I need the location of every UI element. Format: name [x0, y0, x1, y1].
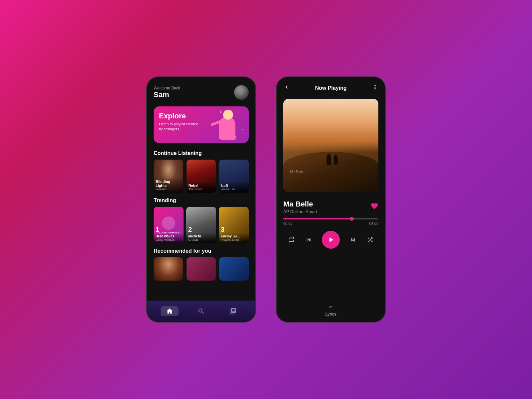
now-playing-header: Now Playing: [277, 77, 385, 96]
sky-gradient: [283, 99, 378, 152]
total-time: 04:08: [369, 221, 378, 225]
current-time: 00:00: [283, 221, 293, 225]
trending-row: GLASS ANIMALS 1 Heat Waves Glass Animals…: [147, 207, 255, 243]
progress-dot: [350, 217, 354, 221]
trending-overlay: Enemy (wi... Imagine Drag...: [219, 233, 249, 243]
album-art-container: Ma Belle: [283, 99, 378, 192]
trending-rank: 3: [221, 226, 224, 233]
track-card-rebel[interactable]: Rebel The Score: [187, 160, 216, 193]
nav-library[interactable]: [224, 306, 242, 316]
track-info: Ma Belle AP Dhillon, Amari: [277, 195, 385, 217]
trending-title-text: abcdefu: [188, 234, 214, 238]
continue-listening-row: Blinding Lights Weeknd Rebel The Score L…: [147, 160, 255, 193]
track-details: Ma Belle AP Dhillon, Amari: [283, 200, 317, 214]
figure-2: [334, 155, 338, 165]
trending-title-text: Enemy (wi...: [221, 234, 247, 238]
card-overlay: Rebel The Score: [187, 182, 216, 193]
welcome-text: Welcome Back: [154, 86, 180, 90]
song-title: Ma Belle: [283, 200, 317, 208]
card-overlay: Blinding Lights Weeknd: [154, 178, 183, 193]
recommended-title: Recommended for you: [147, 243, 255, 257]
card-artist: Weeknd: [156, 188, 181, 191]
trending-rank: 2: [188, 226, 192, 233]
album-art-mabelle: Ma Belle: [283, 99, 378, 192]
username: Sam: [154, 90, 180, 99]
playback-controls: [277, 227, 385, 253]
trending-artist-text: Glass Animals: [156, 238, 182, 241]
bottom-nav: [147, 301, 255, 322]
now-playing-title: Now Playing: [315, 85, 346, 91]
trending-overlay: abcdefu GAYLE: [186, 233, 216, 243]
chevron-up-icon: [328, 304, 334, 311]
recommended-row: [147, 257, 255, 281]
song-artist: AP Dhillon, Amari: [283, 209, 317, 214]
previous-button[interactable]: [305, 236, 312, 243]
explore-figure: ♪ ♫ ♩ ♬: [205, 106, 245, 143]
rec-album-art-3: [219, 257, 249, 281]
trending-rank: 1: [156, 226, 159, 233]
rec-album-art-1: [154, 257, 183, 281]
card-artist: Anime Lofi: [221, 188, 247, 191]
album-art-inner: [162, 216, 175, 230]
card-title: Blinding Lights: [156, 180, 181, 188]
left-header: Welcome Back Sam: [147, 77, 255, 104]
trending-card-2[interactable]: 2 abcdefu GAYLE: [186, 207, 216, 243]
play-button[interactable]: [322, 231, 340, 249]
explore-text: Explore Listen to playlist createdby str…: [159, 112, 198, 132]
repeat-button[interactable]: [288, 236, 295, 243]
nav-home[interactable]: [161, 306, 179, 316]
card-title: Rebel: [189, 184, 214, 188]
nav-search[interactable]: [192, 306, 210, 316]
like-button[interactable]: [370, 202, 378, 212]
trending-artist-text: GAYLE: [188, 238, 214, 241]
music-note-icon: ♩: [241, 125, 244, 132]
trending-title: Trending: [147, 193, 255, 207]
explore-title: Explore: [159, 112, 198, 120]
track-card-lofi[interactable]: Lofi Anime Lofi: [219, 160, 249, 193]
avatar-image: [234, 85, 249, 100]
rec-card-3[interactable]: [219, 257, 249, 281]
rec-card-2[interactable]: [187, 257, 216, 281]
progress-fill: [283, 218, 352, 219]
back-button[interactable]: [283, 84, 290, 92]
trending-card-1[interactable]: GLASS ANIMALS 1 Heat Waves Glass Animals: [154, 207, 184, 243]
progress-section: 00:00 04:08: [277, 217, 385, 227]
music-note-icon: ♪: [219, 108, 222, 115]
explore-subtitle: Listen to playlist createdby strangers: [159, 122, 198, 132]
explore-banner[interactable]: Explore Listen to playlist createdby str…: [154, 106, 249, 143]
lyrics-label: Lyrics: [325, 312, 336, 317]
figure-head: [223, 110, 233, 120]
card-overlay: Lofi Anime Lofi: [219, 182, 249, 193]
figure-1: [327, 154, 331, 165]
album-signature: Ma Belle: [290, 170, 303, 174]
progress-times: 00:00 04:08: [283, 221, 378, 225]
next-button[interactable]: [349, 236, 357, 243]
shuffle-button[interactable]: [366, 236, 374, 243]
card-artist: The Score: [189, 188, 214, 191]
continue-listening-title: Continue Listening: [147, 146, 255, 160]
rec-album-art-2: [187, 257, 216, 281]
trending-card-3[interactable]: 3 Enemy (wi... Imagine Drag...: [219, 207, 249, 243]
trending-title-text: Heat Waves: [156, 234, 182, 238]
trending-artist-text: Imagine Drag...: [221, 238, 247, 241]
lyrics-section[interactable]: Lyrics: [277, 301, 385, 322]
left-phone: Welcome Back Sam Explore Listen to playl…: [146, 76, 256, 323]
right-phone: Now Playing Ma Belle Ma Belle AP Dhillon…: [276, 76, 386, 323]
avatar[interactable]: [234, 85, 249, 100]
progress-bar[interactable]: [283, 218, 378, 219]
more-options-button[interactable]: [372, 84, 378, 92]
card-title: Lofi: [221, 184, 247, 188]
rec-card-1[interactable]: [154, 257, 183, 281]
track-card-blinding-lights[interactable]: Blinding Lights Weeknd: [154, 160, 183, 193]
trending-overlay: Heat Waves Glass Animals: [154, 233, 184, 243]
user-info: Welcome Back Sam: [154, 86, 180, 99]
